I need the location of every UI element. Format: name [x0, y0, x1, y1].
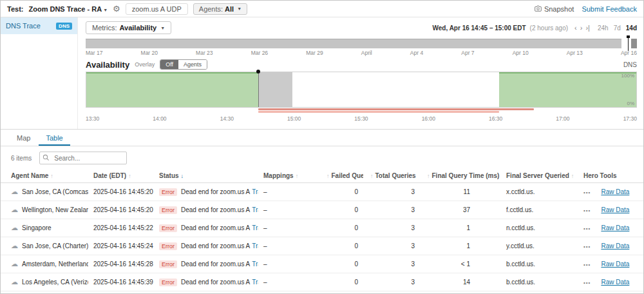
overlay-agents-button[interactable]: Agents [178, 60, 207, 69]
raw-data-link[interactable]: Raw Data [601, 206, 629, 213]
trace-link[interactable]: Trace [252, 224, 258, 231]
agent-cell: ☁San Jose, CA (Comcast) [1, 183, 88, 201]
overlay-off-button[interactable]: Off [160, 60, 178, 69]
final-query-time-cell: 37 [420, 201, 501, 219]
agents-dropdown[interactable]: Agents: All ▼ [193, 3, 247, 15]
app-window: Test: Zoom DNS Trace - RA▼ ⚙ zoom.us A U… [0, 0, 644, 294]
snapshot-button[interactable]: Snapshot [535, 5, 574, 13]
search-input[interactable] [39, 152, 127, 164]
brush-tick: April [361, 50, 372, 56]
failed-queries-cell: 0 [319, 201, 363, 219]
overlay-toggle: Off Agents [160, 59, 207, 70]
agent-cell: ☁Wellington, New Zealand [1, 201, 88, 219]
agents-value: All [225, 5, 234, 13]
raw-data-link[interactable]: Raw Data [601, 260, 629, 268]
availability-plot[interactable]: 100% 0% [86, 72, 637, 108]
agent-name: Singapore [22, 224, 52, 231]
column-header-failed-queries[interactable]: ↑Failed Queries [319, 169, 363, 183]
submit-feedback-link[interactable]: Submit Feedback [582, 5, 637, 13]
status-badge: Error [159, 188, 177, 196]
status-cell: ErrorDead end for zoom.us ATrace [154, 219, 258, 237]
column-header-final-query-time-ms-[interactable]: ↑Final Query Time (ms) [420, 169, 501, 183]
time-nav: ‹››| [574, 24, 590, 32]
metrics-label: Metrics: [92, 24, 117, 32]
raw-data-link[interactable]: Raw Data [601, 224, 629, 231]
range-7d[interactable]: 7d [614, 24, 621, 32]
agent-cloud-icon: ☁ [11, 206, 18, 213]
brush-tick: Mar 29 [306, 50, 323, 56]
total-queries-cell: 3 [363, 183, 420, 201]
row-menu-button[interactable]: ••• [583, 226, 591, 231]
brush-tick: Mar 26 [251, 50, 268, 56]
test-meta: zoom.us A UDP [126, 3, 188, 15]
chart-tick: 14:30 [220, 115, 234, 122]
brush-tick: Mar 23 [196, 50, 213, 56]
failed-queries-cell: 0 [319, 219, 363, 237]
time-selection[interactable] [258, 72, 292, 107]
gear-icon[interactable]: ⚙ [113, 4, 120, 14]
failed-queries-cell: 0 [319, 237, 363, 255]
range-14d[interactable]: 14d [626, 24, 637, 32]
results-section: MapTable 6 items Agent Name↑Date (EDT)↑S… [1, 130, 643, 293]
time-ago: (2 hours ago) [530, 24, 568, 32]
row-menu-button[interactable]: ••• [583, 190, 591, 195]
column-header-agent-name[interactable]: Agent Name↑ [1, 169, 88, 183]
brush-tick: Apr 7 [461, 50, 474, 56]
failed-queries-cell: 0 [319, 183, 363, 201]
test-selector-dropdown[interactable]: Zoom DNS Trace - RA▼ [28, 5, 108, 13]
final-server-cell: b.cctld.us. [501, 255, 578, 273]
raw-data-link[interactable]: Raw Data [601, 279, 629, 286]
row-menu-button[interactable]: ••• [583, 244, 591, 250]
trace-link[interactable]: Trace [252, 260, 258, 268]
table-row: ☁Wellington, New Zealand2025-04-16 14:45… [1, 201, 644, 219]
items-count: 6 items [11, 155, 32, 162]
row-menu-button[interactable]: ••• [583, 280, 591, 286]
main-area: DNS Trace DNS Metrics: Availability ▼ We… [1, 17, 643, 130]
column-header-date-edt-[interactable]: Date (EDT)↑ [88, 169, 154, 183]
raw-data-link[interactable]: Raw Data [601, 188, 629, 195]
metrics-bar: Metrics: Availability ▼ Wed, Apr 16 14:4… [86, 19, 637, 36]
time-nav-button-1[interactable]: › [580, 24, 583, 32]
chevron-down-icon: ▼ [237, 6, 242, 11]
agent-name: Amsterdam, Netherlands [22, 260, 88, 268]
mappings-cell: – [258, 219, 319, 237]
range-24h[interactable]: 24h [598, 24, 609, 32]
column-header-final-server-queried[interactable]: Final Server Queried↑ [501, 169, 578, 183]
final-server-cell: b.cctld.us. [501, 273, 578, 291]
chart-tick: 14:00 [153, 115, 166, 122]
time-nav-button-0[interactable]: ‹ [574, 24, 577, 32]
status-text: Dead end for zoom.us A [181, 242, 250, 250]
column-header-hero-tools[interactable]: Hero Tools [578, 169, 644, 183]
alert-band [258, 111, 500, 113]
brush-tick: Apr 13 [567, 50, 583, 56]
mappings-cell: – [258, 273, 319, 291]
column-header-mappings[interactable]: Mappings↑ [258, 169, 319, 183]
column-header-status[interactable]: Status↓ [154, 169, 258, 183]
row-menu-button[interactable]: ••• [583, 208, 591, 213]
agent-name: Los Angeles, CA (Verizon) [22, 279, 88, 286]
mappings-cell: – [258, 183, 319, 201]
agent-cell: ☁San Jose, CA (Charter) [1, 237, 88, 255]
brush-handle[interactable] [631, 39, 637, 48]
column-label: Hero Tools [583, 172, 616, 179]
trace-link[interactable]: Trace [252, 242, 258, 250]
trace-link[interactable]: Trace [252, 279, 258, 286]
mappings-cell: – [258, 201, 319, 219]
timeline-brush[interactable] [86, 39, 637, 48]
column-header-total-queries[interactable]: ↑Total Queries [363, 169, 420, 183]
metrics-dropdown[interactable]: Metrics: Availability ▼ [86, 21, 171, 34]
trace-link[interactable]: Trace [252, 188, 258, 195]
agent-cell: ☁Los Angeles, CA (Verizon) [1, 273, 88, 291]
sort-arrow: ↑ [571, 173, 574, 179]
sidebar-item-dns-trace[interactable]: DNS Trace DNS [1, 17, 77, 34]
row-menu-button[interactable]: ••• [583, 262, 591, 268]
tab-map[interactable]: Map [10, 131, 37, 146]
quick-ranges: 24h7d14d [598, 24, 637, 32]
column-label: Agent Name [11, 172, 48, 179]
trace-link[interactable]: Trace [252, 206, 258, 213]
time-nav-button-2[interactable]: ›| [585, 24, 590, 32]
brush-tick: Apr 4 [410, 50, 423, 56]
status-badge: Error [159, 224, 177, 232]
raw-data-link[interactable]: Raw Data [601, 242, 629, 250]
tab-table[interactable]: Table [39, 131, 70, 146]
